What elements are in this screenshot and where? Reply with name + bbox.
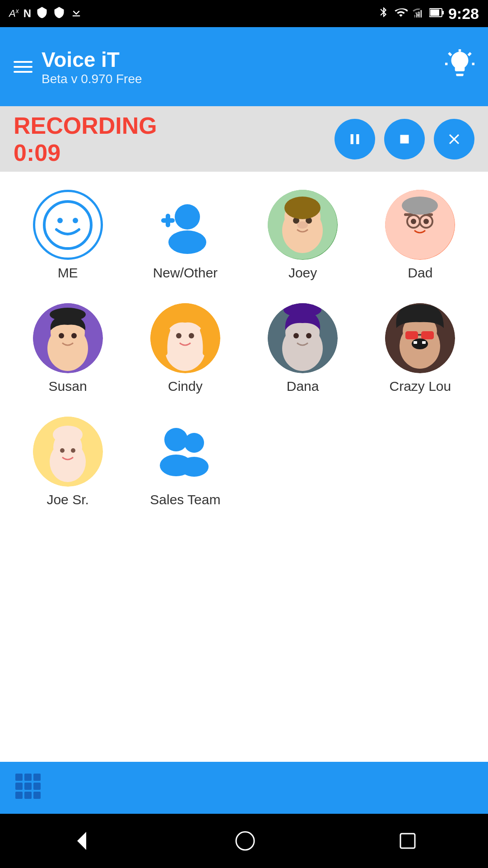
battery-icon <box>429 7 444 21</box>
contact-name-me: ME <box>58 265 78 281</box>
svg-point-13 <box>57 218 63 223</box>
svg-rect-2 <box>416 13 417 17</box>
recording-bar: RECORDING 0:09 <box>0 106 488 172</box>
shield1-icon <box>36 6 48 21</box>
home-button[interactable] <box>234 830 256 852</box>
contact-susan[interactable]: Susan <box>9 294 126 403</box>
svg-rect-3 <box>414 14 415 17</box>
svg-point-15 <box>175 204 200 230</box>
svg-point-54 <box>284 303 321 317</box>
contacts-grid: ME New/Other <box>0 172 488 525</box>
svg-point-42 <box>50 308 86 321</box>
svg-rect-0 <box>421 10 422 17</box>
grid-view-button[interactable] <box>14 772 41 804</box>
download-icon <box>70 6 83 21</box>
cancel-button[interactable] <box>434 119 474 160</box>
svg-point-69 <box>53 426 83 444</box>
contact-joe-sr[interactable]: Joe Sr. <box>9 408 126 516</box>
svg-rect-59 <box>421 331 434 339</box>
svg-point-14 <box>73 218 78 223</box>
svg-rect-1 <box>418 11 419 17</box>
joey-avatar <box>268 190 338 260</box>
joe-sr-avatar <box>33 417 103 487</box>
hamburger-menu[interactable] <box>14 61 33 73</box>
svg-rect-58 <box>405 331 418 339</box>
recording-time: 0:09 <box>14 139 60 166</box>
contact-name-dana: Dana <box>287 379 319 394</box>
contact-dana[interactable]: Dana <box>244 294 362 403</box>
contact-name-cindy: Cindy <box>168 379 203 394</box>
n-icon: N <box>23 7 31 20</box>
ax-icon: Ax <box>9 7 19 19</box>
back-button[interactable] <box>70 830 93 852</box>
svg-point-68 <box>71 448 75 453</box>
contact-sales-team[interactable]: Sales Team <box>126 408 244 516</box>
svg-marker-83 <box>77 832 86 850</box>
susan-avatar <box>33 303 103 373</box>
dad-avatar <box>385 190 455 260</box>
svg-point-41 <box>71 333 77 338</box>
contact-name-susan: Susan <box>49 379 87 394</box>
new-other-avatar <box>150 190 220 260</box>
svg-rect-5 <box>442 11 444 14</box>
svg-point-25 <box>284 197 321 219</box>
header-title: Voice iT Beta v 0.970 Free <box>42 47 142 86</box>
recording-controls <box>335 119 474 160</box>
svg-point-40 <box>59 333 64 338</box>
svg-point-52 <box>293 333 299 338</box>
contact-name-joe-sr: Joe Sr. <box>46 492 88 507</box>
svg-rect-79 <box>33 783 41 790</box>
recording-text: RECORDING 0:09 <box>14 112 157 166</box>
svg-point-72 <box>184 433 204 453</box>
svg-point-30 <box>423 219 429 224</box>
contact-crazy-lou[interactable]: Crazy Lou <box>362 294 479 403</box>
svg-line-9 <box>449 53 451 55</box>
status-bar-left: Ax N <box>9 6 83 21</box>
bulb-icon[interactable] <box>445 49 474 84</box>
contact-name-new-other: New/Other <box>153 265 218 281</box>
contact-joey[interactable]: Joey <box>244 181 362 290</box>
svg-point-29 <box>411 219 416 224</box>
nav-bar <box>0 814 488 868</box>
svg-line-8 <box>468 53 470 55</box>
contact-name-joey: Joey <box>288 265 317 281</box>
svg-point-73 <box>180 457 209 477</box>
svg-rect-74 <box>15 774 23 781</box>
svg-rect-75 <box>24 774 32 781</box>
bluetooth-icon <box>378 6 390 21</box>
svg-rect-6 <box>430 9 439 16</box>
svg-rect-63 <box>422 341 426 344</box>
recording-label: RECORDING <box>14 112 157 139</box>
me-avatar <box>33 190 103 260</box>
svg-rect-78 <box>24 783 32 790</box>
svg-point-67 <box>60 448 65 453</box>
recent-apps-button[interactable] <box>398 831 418 851</box>
contact-me[interactable]: ME <box>9 181 126 290</box>
svg-rect-81 <box>24 792 32 799</box>
status-bar: Ax N 9:28 <box>0 0 488 27</box>
bottom-bar <box>0 762 488 814</box>
app-subtitle: Beta v 0.970 Free <box>42 72 142 86</box>
wifi-icon <box>394 5 408 22</box>
sales-team-avatar <box>150 417 220 487</box>
svg-point-16 <box>168 230 206 254</box>
svg-point-70 <box>164 428 188 451</box>
clock: 9:28 <box>448 5 479 23</box>
stop-button[interactable] <box>384 119 425 160</box>
pause-button[interactable] <box>335 119 375 160</box>
svg-rect-62 <box>414 341 417 344</box>
svg-rect-85 <box>400 834 415 848</box>
dana-avatar <box>268 303 338 373</box>
svg-rect-82 <box>33 792 41 799</box>
svg-point-48 <box>166 304 204 320</box>
contact-cindy[interactable]: Cindy <box>126 294 244 403</box>
contact-new-other[interactable]: New/Other <box>126 181 244 290</box>
svg-rect-80 <box>15 792 23 799</box>
app-title: Voice iT <box>42 47 142 72</box>
contact-dad[interactable]: Dad <box>362 181 479 290</box>
contact-name-sales-team: Sales Team <box>150 492 220 507</box>
crazy-lou-avatar <box>385 303 455 373</box>
contact-name-dad: Dad <box>408 265 432 281</box>
svg-rect-77 <box>15 783 23 790</box>
svg-point-12 <box>44 202 91 249</box>
